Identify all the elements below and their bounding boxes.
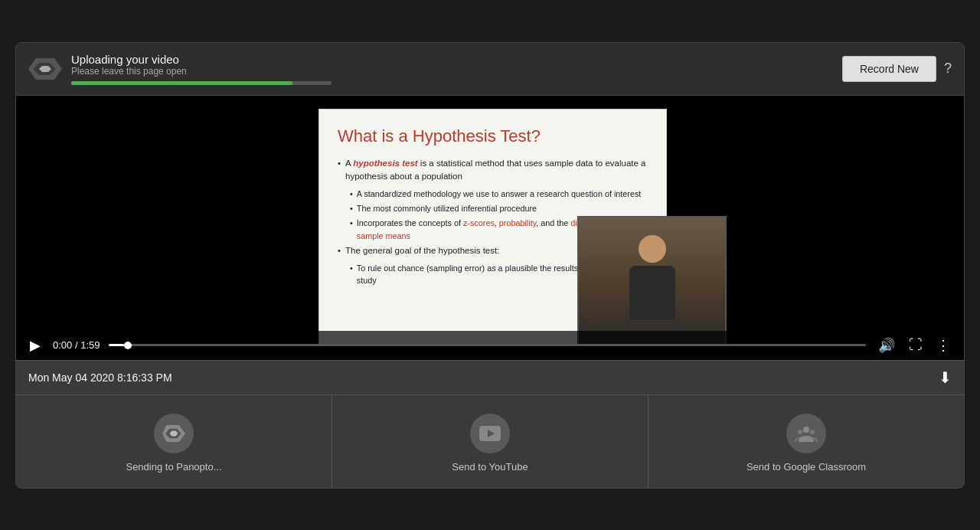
google-classroom-share-label: Send to Google Classroom (746, 461, 866, 473)
slide-title: What is a Hypothesis Test? (338, 126, 648, 146)
header-right: Record New ? (842, 56, 952, 82)
panopto-logo-icon (28, 52, 62, 86)
slide-sub-item-2: • The most commonly utilized inferential… (350, 202, 648, 214)
seek-fill (109, 344, 124, 346)
person-head (639, 235, 666, 263)
sub-bullet-3: • (350, 217, 353, 241)
time-display: 0:00 / 1:59 (53, 339, 100, 351)
share-card-panopto[interactable]: Sending to Panopto... (16, 395, 332, 488)
panopto-share-icon (154, 414, 194, 453)
ctrl-right: 🔊 ⛶ ⋮ (875, 335, 953, 355)
progress-bar-container (71, 81, 332, 85)
youtube-share-icon (470, 414, 510, 453)
volume-button[interactable]: 🔊 (875, 335, 898, 355)
video-timestamp: Mon May 04 2020 8:16:33 PM (28, 371, 172, 384)
share-card-google-classroom[interactable]: Send to Google Classroom (648, 395, 964, 488)
link-probability: probability (499, 218, 536, 227)
highlight-hypothesis-test: hypothesis test (353, 159, 417, 168)
slide-bullet1-text: A hypothesis test is a statistical metho… (345, 157, 648, 184)
help-icon-button[interactable]: ? (944, 61, 952, 77)
sub-bullet-4: • (350, 262, 353, 286)
video-area: What is a Hypothesis Test? • A hypothesi… (16, 96, 964, 360)
play-button[interactable]: ▶ (27, 335, 44, 355)
current-time: 0:00 (53, 339, 72, 351)
total-time: 1:59 (80, 339, 100, 351)
download-button[interactable]: ⬇ (939, 368, 952, 387)
header: Uploading your video Please leave this p… (16, 43, 964, 96)
app-window: Uploading your video Please leave this p… (15, 42, 965, 489)
upload-title: Uploading your video (71, 53, 332, 66)
share-row: Sending to Panopto... Send to YouTube (16, 394, 964, 488)
seek-bar[interactable] (109, 344, 866, 346)
more-options-button[interactable]: ⋮ (933, 335, 953, 355)
slide-bullet-1: • A hypothesis test is a statistical met… (338, 157, 648, 184)
youtube-share-label: Send to YouTube (452, 461, 528, 473)
slide-sub-item-1: • A standardized methodology we use to a… (350, 188, 648, 200)
header-text: Uploading your video Please leave this p… (71, 53, 332, 85)
webcam-person (579, 218, 725, 345)
svg-point-8 (803, 427, 809, 433)
person-body (629, 266, 675, 319)
video-controls: ▶ 0:00 / 1:59 🔊 ⛶ ⋮ (16, 331, 964, 360)
link-zscores: z-scores (463, 218, 495, 227)
bullet-dot-1: • (338, 157, 341, 184)
slide-bullet2-text: The general goal of the hypothesis test: (345, 244, 499, 257)
info-bar: Mon May 04 2020 8:16:33 PM ⬇ (16, 360, 964, 394)
sub-bullet-1: • (350, 188, 353, 200)
record-new-button[interactable]: Record New (842, 56, 936, 82)
share-card-youtube[interactable]: Send to YouTube (332, 395, 648, 488)
upload-subtitle: Please leave this page open (71, 66, 332, 77)
google-classroom-share-icon (786, 414, 826, 453)
svg-point-9 (798, 430, 802, 434)
svg-point-10 (810, 430, 815, 434)
google-classroom-icon-svg (795, 422, 818, 445)
sub-text-1: A standardized methodology we use to ans… (357, 188, 642, 200)
youtube-icon-svg (479, 423, 501, 444)
bullet-dot-2: • (338, 244, 341, 257)
progress-bar-fill (71, 81, 292, 85)
webcam-overlay (577, 216, 727, 346)
panopto-icon-svg (162, 422, 185, 445)
person-silhouette (622, 235, 683, 327)
header-left: Uploading your video Please leave this p… (28, 52, 332, 86)
sub-text-2: The most commonly utilized inferential p… (357, 202, 537, 214)
sub-bullet-2: • (350, 202, 353, 214)
panopto-share-label: Sending to Panopto... (126, 461, 221, 473)
seek-thumb (124, 342, 132, 349)
fullscreen-button[interactable]: ⛶ (906, 335, 926, 355)
